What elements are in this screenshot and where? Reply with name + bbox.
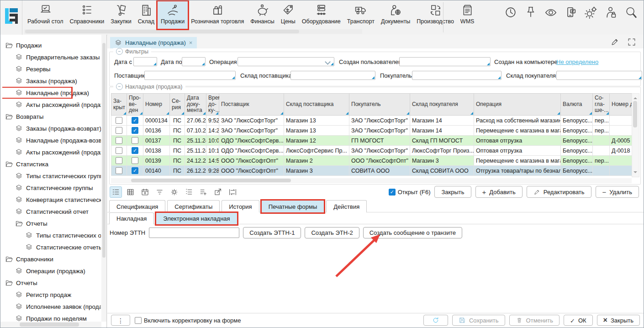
cell-series[interactable]: ПС <box>170 116 185 126</box>
column-header[interactable]: Про- ве- ден <box>127 94 143 116</box>
cell-supplier-store[interactable]: Магазин 13 <box>284 126 349 136</box>
sidebar-item[interactable]: Накладные (продажа-возврат) <box>2 134 101 146</box>
create-ettn1-button[interactable]: Создать ЭТТН-1 <box>243 227 301 238</box>
cell-agreement[interactable] <box>593 136 610 146</box>
calendar-icon[interactable] <box>139 186 151 198</box>
scrollbar-thumb[interactable] <box>20 323 79 327</box>
table-row[interactable]: 00138 ПС 25.11.24 10:12 ОДО "ЛюксСофтСер… <box>111 146 632 156</box>
sidebar-item[interactable]: Возвраты <box>2 111 101 122</box>
sidebar-item[interactable]: Акты расхождений (продажа-возврат) <box>2 146 101 158</box>
closed-checkbox[interactable] <box>116 157 122 164</box>
sidebar-item[interactable]: Статистические группы <box>2 182 101 194</box>
cancel-button[interactable]: Отменить <box>509 315 560 326</box>
cell-contract-number[interactable] <box>610 166 632 176</box>
detail-tab[interactable]: Спецификация <box>109 200 165 212</box>
cell-time[interactable]: 14:26 <box>206 126 219 136</box>
cell-buyer[interactable]: ООО "ЛюксСофтОпт" <box>349 156 410 166</box>
column-header[interactable]: Номер д <box>610 94 632 116</box>
clock-icon[interactable] <box>504 5 517 19</box>
buyer-input[interactable] <box>412 71 501 80</box>
delete-button[interactable]: Удалить <box>596 186 639 198</box>
buyer-store-input[interactable] <box>556 71 642 80</box>
cell-operation[interactable]: Перемещение с магазина в мага... <box>474 126 561 136</box>
save-button[interactable]: Сохранить <box>452 315 505 326</box>
cell-buyer-store[interactable]: Магазин 14 <box>410 126 474 136</box>
open-f6-checkbox[interactable]: Открыт (F6) <box>389 189 431 196</box>
settings-icon[interactable] <box>168 186 180 198</box>
cell-buyer-store[interactable]: Склад СОВИТА ООО <box>410 166 474 176</box>
cell-buyer-store[interactable]: Склад ГП МОГОСТ <box>410 136 474 146</box>
fullscreen-icon[interactable] <box>627 37 636 47</box>
cell-supplier-store[interactable]: Магазин 12 <box>284 136 349 146</box>
date-from-input[interactable] <box>133 57 157 66</box>
ribbon-tab-references[interactable]: Справочники <box>66 1 107 29</box>
sidebar-horizontal-scrollbar[interactable] <box>0 322 101 328</box>
scroll-up-icon[interactable] <box>633 95 637 99</box>
table-row[interactable]: 0000134 ПС 27.06.24 9:52 ЗАО "ЛюксСофтТо… <box>111 116 632 126</box>
column-header[interactable]: Со- гла- ше-... <box>593 94 610 116</box>
closed-checkbox[interactable] <box>116 127 122 134</box>
column-header[interactable]: Се- рия <box>170 94 185 116</box>
table-row[interactable]: 00140 ПС 26.12.24 9:28 ООО "ЛюксСофтОпт"… <box>111 166 632 176</box>
cell-operation[interactable]: Оптовая отгрузка <box>474 146 561 156</box>
ribbon-tab-finance[interactable]: Финансы <box>247 1 277 29</box>
collapse-icon[interactable] <box>116 48 123 55</box>
created-by-input[interactable] <box>399 57 491 66</box>
cell-currency[interactable]: Белорусс... <box>561 116 593 126</box>
ribbon-tab-purchases[interactable]: Закупки <box>107 1 135 29</box>
create-etn2-button[interactable]: Создать ЭТН-2 <box>305 227 359 238</box>
posted-checkbox[interactable] <box>132 157 138 164</box>
cell-operation[interactable]: Перемещение с магазина в мага... <box>474 156 561 166</box>
detail-tab[interactable]: Сертификаты <box>167 200 220 212</box>
sidebar-item[interactable]: Продажи <box>2 39 101 51</box>
sidebar-item[interactable]: Заказы (продажа-возврат) <box>2 122 101 134</box>
edit-button[interactable]: Редактировать <box>527 186 591 198</box>
column-header[interactable]: Склад поставщика <box>284 94 349 116</box>
cell-series[interactable]: ПС <box>170 126 185 136</box>
ribbon-tab-retail[interactable]: Розничная торговля <box>188 1 247 29</box>
column-header[interactable]: Валюта <box>561 94 593 116</box>
pin-icon[interactable] <box>524 5 538 19</box>
cell-supplier-store[interactable]: Магазин 3 <box>284 166 349 176</box>
sidebar-item[interactable]: Операции (продажа) <box>2 265 101 277</box>
posted-checkbox[interactable] <box>132 147 138 154</box>
cell-agreement[interactable] <box>593 166 610 176</box>
correction-checkbox[interactable]: Включить корректировку на форме <box>135 315 241 325</box>
closed-checkbox[interactable] <box>116 137 122 144</box>
cell-contract-number[interactable] <box>610 126 632 136</box>
cell-number[interactable]: 00136 <box>143 126 170 136</box>
column-header[interactable]: Склад покупателя <box>410 94 474 116</box>
ribbon-tab-prices[interactable]: Цены <box>278 1 299 29</box>
cell-series[interactable]: ПС <box>170 146 185 156</box>
settings-gears-icon[interactable] <box>584 5 598 19</box>
cell-supplier-store[interactable]: ЛюксСофтСервис Пр... <box>284 146 349 156</box>
cell-number[interactable]: 00140 <box>143 166 170 176</box>
user-permissions-icon[interactable] <box>604 5 618 19</box>
ribbon-tab-sales[interactable]: Продажи <box>158 1 188 29</box>
cell-time[interactable]: 9:52 <box>206 116 219 126</box>
cell-number[interactable]: 0000134 <box>143 116 170 126</box>
sidebar-item[interactable]: Заказы (продажа) <box>2 75 101 87</box>
cell-contract-number[interactable]: Д-0018 <box>610 146 632 156</box>
cell-time[interactable]: 10:12 <box>206 146 219 156</box>
list-view-icon[interactable] <box>110 186 122 198</box>
cell-currency[interactable]: Белорусс... <box>561 126 593 136</box>
sidebar-item[interactable]: Исполнение заявок (продажа) <box>2 301 101 312</box>
cell-operation[interactable]: Оптовая отгрузка <box>474 136 561 146</box>
cell-agreement[interactable] <box>593 146 610 156</box>
cell-time[interactable]: 14:56 <box>206 156 219 166</box>
collapse-icon[interactable] <box>116 83 123 90</box>
sidebar-item[interactable]: Отчеты <box>2 277 101 289</box>
sidebar-item[interactable]: Регистр продаж <box>2 289 101 301</box>
close-form-button[interactable]: Закрыть <box>597 315 640 326</box>
cell-contract-number[interactable] <box>610 156 632 166</box>
cell-number[interactable]: 00138 <box>143 146 170 156</box>
scrollbar-thumb[interactable] <box>633 101 637 127</box>
eye-icon[interactable] <box>544 5 558 19</box>
cell-date[interactable]: 24.12.24 <box>185 156 206 166</box>
ribbon-tab-wms[interactable]: WMS <box>457 1 478 29</box>
posted-checkbox[interactable] <box>132 117 138 124</box>
cell-supplier-store[interactable]: Магазин 13 <box>284 116 349 126</box>
closed-checkbox[interactable] <box>116 117 122 124</box>
table-row[interactable]: 00136 ПС 07.10.24 14:26 ЗАО "ЛюксСофтТор… <box>111 126 632 136</box>
